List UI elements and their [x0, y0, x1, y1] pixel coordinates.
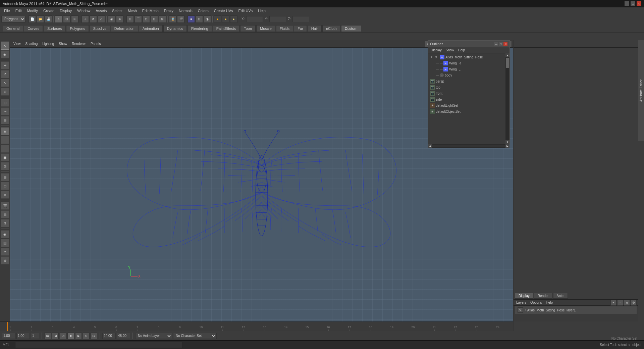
tab-fluids[interactable]: Fluids — [276, 25, 293, 32]
paint-select-button[interactable]: ✏ — [71, 15, 78, 23]
light-btn-2[interactable]: ● — [222, 15, 229, 23]
scale-tool-button[interactable]: ⤢ — [98, 15, 105, 23]
edge-mode-btn[interactable]: — — [1, 145, 9, 153]
paint-select-tool[interactable]: ◉ — [1, 50, 9, 58]
tab-curves[interactable]: Curves — [24, 25, 43, 32]
sculpt-tool[interactable]: ✏ — [1, 107, 9, 115]
vertex-mode-btn[interactable]: · — [1, 136, 9, 144]
tab-subdivs[interactable]: Subdivs — [90, 25, 110, 32]
anim-layer-select[interactable]: No Anim Layer — [135, 333, 172, 339]
select-tool[interactable]: ↖ — [1, 42, 9, 50]
scale-tool[interactable]: ⤡ — [1, 79, 9, 87]
outliner-maximize-btn[interactable]: □ — [499, 42, 503, 46]
outliner-hscroll-right[interactable]: ▶ — [505, 144, 509, 148]
tab-custom[interactable]: Custom — [341, 25, 361, 32]
tab-fur[interactable]: Fur — [294, 25, 307, 32]
snap-grid-button[interactable]: ⊞ — [126, 15, 134, 23]
minimize-button[interactable]: — — [625, 1, 629, 6]
render-settings-btn[interactable]: ⚙ — [1, 219, 9, 227]
layer-v-button[interactable]: V — [518, 307, 523, 313]
close-button[interactable]: ✕ — [637, 1, 641, 6]
menu-select[interactable]: Select — [109, 7, 125, 14]
timeline-playhead[interactable] — [7, 322, 8, 332]
outliner-hscroll-left[interactable]: ◀ — [428, 144, 432, 148]
play-fwd-btn[interactable]: ▶ — [75, 333, 82, 339]
tab-deformation[interactable]: Deformation — [111, 25, 138, 32]
outliner-close-btn[interactable]: ✕ — [503, 42, 507, 46]
save-file-button[interactable]: 💾 — [45, 15, 52, 23]
anim-start-input[interactable] — [102, 333, 116, 339]
play-back-btn[interactable]: ◁ — [60, 333, 66, 339]
object-mode-btn[interactable]: ◈ — [1, 127, 9, 135]
outliner-scroll-thumb[interactable] — [506, 58, 509, 68]
character-set-select[interactable]: No Character Set — [173, 333, 217, 339]
uv-mode-btn[interactable]: ⊠ — [1, 162, 9, 170]
move-tool-button[interactable]: ✛ — [82, 15, 89, 23]
outliner-item-body[interactable]: — ○ body — [429, 72, 509, 78]
outliner-title-bar[interactable]: Outliner — □ ✕ — [428, 41, 509, 47]
menu-colors[interactable]: Colors — [195, 7, 211, 14]
snap-curve-button[interactable]: ⌒ — [135, 15, 142, 23]
outliner-scrollbar[interactable]: ▲ ▼ — [505, 53, 509, 144]
vp-menu-show[interactable]: Show — [57, 42, 69, 46]
layer-tab-anim[interactable]: Anim — [553, 293, 568, 299]
vp-menu-lighting[interactable]: Lighting — [40, 42, 56, 46]
menu-create-uvs[interactable]: Create UVs — [211, 7, 236, 14]
tab-muscle[interactable]: Muscle — [256, 25, 275, 32]
mel-input[interactable] — [15, 342, 183, 348]
stop-btn[interactable]: ■ — [67, 333, 74, 339]
outliner-item-atlas[interactable]: ▼ ⊟ ■ Atlas_Moth_Sitting_Pose — [429, 54, 509, 60]
maximize-button[interactable]: □ — [631, 1, 635, 6]
vp-menu-renderer[interactable]: Renderer — [70, 42, 88, 46]
select-tool-button[interactable]: ↖ — [55, 15, 62, 23]
rotate-tool[interactable]: ↺ — [1, 70, 9, 78]
vp-menu-view[interactable]: View — [11, 42, 23, 46]
menu-edit-mesh[interactable]: Edit Mesh — [140, 7, 161, 14]
outliner-minimize-btn[interactable]: — — [494, 42, 498, 46]
outliner-content[interactable]: ▼ ⊟ ■ Atlas_Moth_Sitting_Pose — — ■ Wing… — [428, 53, 509, 144]
layer-tab-display[interactable]: Display — [515, 293, 533, 299]
y-input[interactable] — [269, 16, 286, 22]
menu-display[interactable]: Display — [57, 7, 74, 14]
outliner-scroll-down[interactable]: ▼ — [505, 140, 509, 144]
tab-general[interactable]: General — [3, 25, 23, 32]
light-btn-1[interactable]: ● — [214, 15, 221, 23]
blend-shape-btn[interactable]: ⊕ — [1, 256, 9, 264]
timeline-track[interactable]: // Will be populated via JS 123456789101… — [0, 322, 513, 332]
out-menu-help[interactable]: Help — [457, 48, 467, 52]
outliner-scroll-up[interactable]: ▲ — [505, 53, 509, 57]
attribute-editor-tab[interactable]: Attribute Editor — [638, 40, 644, 141]
menu-modify[interactable]: Modify — [24, 7, 41, 14]
menu-edit-uvs[interactable]: Edit UVs — [236, 7, 256, 14]
snap-live-button[interactable]: ⊠ — [159, 15, 166, 23]
snap-point-left[interactable]: ⊡ — [1, 182, 9, 190]
layer-tab-render[interactable]: Render — [534, 293, 552, 299]
snap-point-button[interactable]: ⊡ — [143, 15, 150, 23]
move-tool[interactable]: ✛ — [1, 61, 9, 69]
z-input[interactable] — [292, 16, 309, 22]
menu-create[interactable]: Create — [41, 7, 57, 14]
mode-select[interactable]: Polygons — [1, 16, 25, 22]
layer-menu-layers[interactable]: Layers — [515, 301, 528, 304]
paint-weights-btn[interactable]: ✏ — [1, 248, 9, 256]
soft-mod-tool[interactable]: ⊟ — [1, 99, 9, 107]
face-mode-btn[interactable]: ▣ — [1, 153, 9, 161]
layer-settings-btn[interactable]: ⚙ — [631, 300, 637, 306]
layer-menu-options[interactable]: Options — [529, 301, 543, 304]
menu-assets[interactable]: Assets — [93, 7, 109, 14]
outliner-item-side[interactable]: 📷 side — [429, 96, 509, 102]
go-to-start-btn[interactable]: ⏮ — [44, 333, 51, 339]
snap-view-left[interactable]: ◈ — [1, 191, 9, 199]
tab-toon[interactable]: Toon — [240, 25, 256, 32]
outliner-item-top[interactable]: 📷 top — [429, 84, 509, 90]
tab-painteffects[interactable]: PaintEffects — [213, 25, 240, 32]
outliner-item-default-light-set[interactable]: ☀ defaultLightSet — [429, 102, 509, 108]
tab-surfaces[interactable]: Surfaces — [44, 25, 65, 32]
layer-menu-help[interactable]: Help — [544, 301, 554, 304]
vp-menu-panels[interactable]: Panels — [89, 42, 103, 46]
show-hide-btn[interactable]: ◉ — [1, 230, 9, 238]
menu-file[interactable]: File — [1, 7, 13, 14]
menu-mesh[interactable]: Mesh — [125, 7, 140, 14]
anim-end-input[interactable] — [117, 333, 130, 339]
menu-normals[interactable]: Normals — [176, 7, 195, 14]
